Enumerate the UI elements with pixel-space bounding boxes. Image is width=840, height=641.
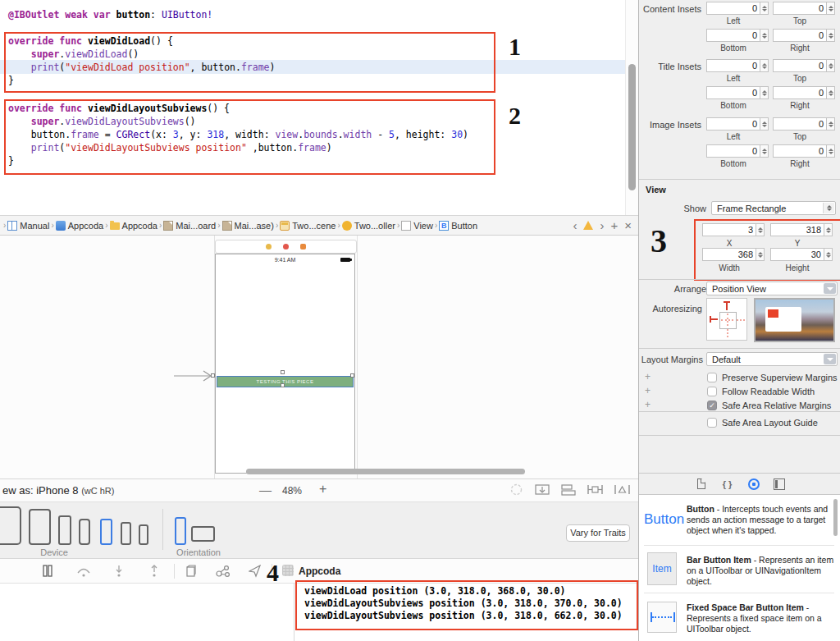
- pause-button[interactable]: [43, 565, 52, 580]
- inset-field-right[interactable]: 0: [773, 86, 827, 99]
- resize-handle-top[interactable]: [281, 370, 285, 374]
- add-new-constraints-button[interactable]: [587, 483, 603, 497]
- breadcrumb-item-appcoda[interactable]: Appcoda: [110, 221, 158, 231]
- autoresizing-right-strut[interactable]: [737, 319, 745, 321]
- viewcontroller-dock-icon[interactable]: [266, 244, 272, 250]
- breadcrumb-item-appcoda[interactable]: Appcoda: [56, 221, 103, 231]
- resize-handle-bottom[interactable]: [281, 383, 285, 387]
- breadcrumb-item-button[interactable]: BButton: [439, 221, 477, 231]
- stepper-control[interactable]: [760, 59, 769, 72]
- inset-field-bottom[interactable]: 0: [706, 144, 760, 158]
- device-button-iphone-8-plus[interactable]: [58, 515, 71, 545]
- inset-field-bottom[interactable]: 0: [706, 86, 760, 99]
- inset-field-left[interactable]: 0: [706, 2, 760, 15]
- stepper-control[interactable]: [824, 223, 833, 236]
- view-as-label[interactable]: ew as: iPhone 8 (wC hR): [2, 484, 114, 497]
- canvas-horizontal-scrollbar[interactable]: [246, 469, 525, 474]
- checkbox-follow-readable-width[interactable]: [707, 387, 717, 396]
- stepper-control[interactable]: [756, 223, 765, 236]
- device-button-ipad-pro-partial[interactable]: [0, 506, 21, 545]
- breadcrumb-item-view[interactable]: View: [401, 221, 433, 231]
- stepper-control[interactable]: [827, 2, 835, 15]
- code-line[interactable]: override func viewDidLoad() {: [8, 34, 275, 48]
- object-library-list[interactable]: ButtonButton - Intercepts touch events a…: [639, 495, 840, 641]
- embed-in-stack-button[interactable]: [535, 483, 550, 497]
- add-editor-button[interactable]: +: [610, 218, 618, 232]
- selected-uibutton[interactable]: TESTING THIS PIECE: [217, 376, 354, 387]
- stepper-control[interactable]: [824, 248, 833, 261]
- orientation-portrait-button[interactable]: [175, 517, 186, 545]
- stepper-control[interactable]: [827, 117, 835, 130]
- orientation-landscape-button[interactable]: [191, 526, 215, 542]
- inset-field-bottom[interactable]: 0: [706, 29, 760, 42]
- autoresizing-control[interactable]: [706, 298, 747, 341]
- code-snippet-library-icon[interactable]: { }: [721, 478, 734, 490]
- inset-field-right[interactable]: 0: [773, 144, 827, 158]
- console-split-divider[interactable]: [294, 584, 294, 641]
- inset-field-top[interactable]: 0: [773, 2, 827, 15]
- view-controller-dock[interactable]: [215, 240, 357, 254]
- object-library-icon[interactable]: [748, 478, 760, 490]
- code-line[interactable]: @IBOutlet weak var button: UIButton!: [8, 8, 212, 21]
- source-editor[interactable]: @IBOutlet weak var button: UIButton! ove…: [0, 0, 638, 215]
- arrange-dropdown[interactable]: Position View: [706, 282, 838, 295]
- code-line[interactable]: print("viewDidLayoutSubviews position" ,…: [8, 141, 468, 154]
- add-variation-button[interactable]: +: [645, 400, 651, 410]
- step-into-button[interactable]: [113, 565, 125, 580]
- add-variation-button[interactable]: +: [645, 386, 651, 396]
- checkbox-preserve-superview-margins[interactable]: [707, 373, 717, 382]
- inset-field-top[interactable]: 0: [773, 117, 827, 130]
- zoom-out-button[interactable]: —: [259, 483, 272, 497]
- frame-field-height[interactable]: 30: [770, 248, 824, 261]
- memory-graph-button[interactable]: [215, 565, 231, 581]
- code-line[interactable]: super.viewDidLayoutSubviews(): [8, 115, 468, 128]
- code-line[interactable]: }: [8, 74, 275, 87]
- step-over-button[interactable]: [76, 565, 91, 580]
- add-variation-button[interactable]: +: [645, 372, 651, 382]
- back-button[interactable]: ‹: [573, 218, 577, 232]
- autoresizing-height-spring[interactable]: [727, 314, 728, 326]
- stepper-control[interactable]: [827, 29, 835, 42]
- breadcrumb-item-two-cene[interactable]: Two...cene: [280, 221, 336, 231]
- device-button-iphone-8[interactable]: [100, 519, 112, 545]
- stepper-control[interactable]: [827, 59, 835, 72]
- inset-field-left[interactable]: 0: [706, 59, 760, 72]
- close-editor-button[interactable]: ×: [624, 218, 632, 232]
- checkbox-safe-area-layout-guide[interactable]: [707, 418, 717, 428]
- frame-field-y[interactable]: 318: [770, 223, 824, 236]
- view-debugger-button[interactable]: [185, 565, 198, 581]
- frame-field-x[interactable]: 3: [702, 223, 756, 236]
- inset-field-left[interactable]: 0: [706, 117, 760, 130]
- device-artboard[interactable]: 9:41 AM TESTING THIS PIECE: [215, 254, 355, 474]
- zoom-level[interactable]: 48%: [282, 485, 302, 497]
- resolve-auto-layout-issues-button[interactable]: [614, 483, 630, 497]
- media-library-icon[interactable]: [774, 478, 785, 490]
- autoresizing-left-strut[interactable]: [710, 318, 718, 320]
- code-line[interactable]: override func viewDidLayoutSubviews() {: [8, 102, 468, 115]
- code-line[interactable]: }: [8, 154, 468, 167]
- simulate-location-button[interactable]: [249, 565, 262, 581]
- stepper-control[interactable]: [760, 2, 769, 15]
- layout-margins-dropdown[interactable]: Default: [706, 352, 838, 366]
- forward-button[interactable]: ›: [600, 218, 604, 232]
- warning-icon[interactable]: [583, 221, 593, 230]
- stepper-control[interactable]: [827, 86, 835, 99]
- stepper-control[interactable]: [760, 29, 769, 42]
- device-button-iphone-4s[interactable]: [139, 524, 148, 545]
- breadcrumb-item-manual[interactable]: Manual: [7, 221, 49, 231]
- device-button-iphone-x[interactable]: [79, 519, 90, 545]
- autoresizing-bottom-strut[interactable]: [727, 329, 728, 337]
- update-frames-button[interactable]: [509, 483, 523, 497]
- autoresizing-top-strut[interactable]: [726, 301, 728, 310]
- stepper-control[interactable]: [756, 248, 765, 261]
- vary-for-traits-button[interactable]: Vary for Traits: [566, 524, 630, 542]
- stepper-control[interactable]: [760, 117, 769, 130]
- stepper-control[interactable]: [827, 144, 835, 158]
- editor-scrollbar-track[interactable]: [625, 0, 639, 215]
- stepper-control[interactable]: [760, 144, 769, 158]
- breadcrumb-item-mai-ase-[interactable]: Mai...ase): [222, 221, 274, 231]
- inset-field-right[interactable]: 0: [773, 29, 827, 42]
- resize-handle-right[interactable]: [350, 373, 354, 378]
- stepper-control[interactable]: [760, 86, 769, 99]
- editor-scrollbar-thumb[interactable]: [628, 64, 636, 190]
